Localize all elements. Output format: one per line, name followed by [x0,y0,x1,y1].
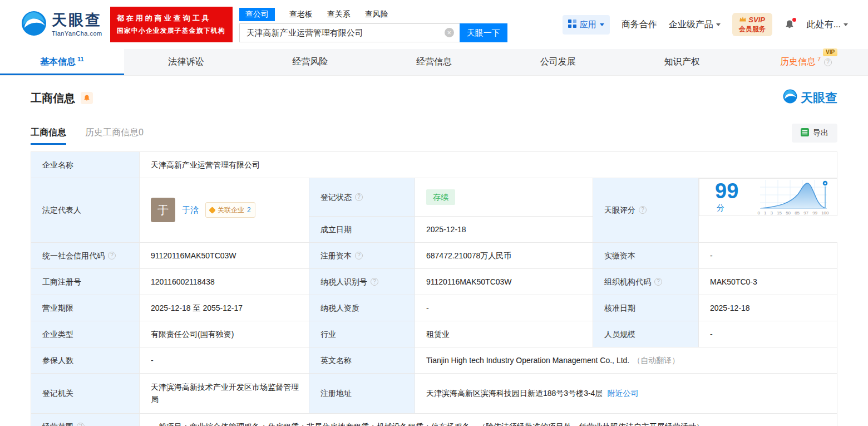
logo-text-cn: 天眼查 [52,13,102,28]
tab-company-development[interactable]: 公司发展 [496,49,620,75]
notification-dot [792,18,796,22]
tab-history-label: 历史信息 [780,56,816,68]
search-tab-boss[interactable]: 查老板 [289,9,313,19]
apps-label: 应用 [580,19,596,30]
help-icon[interactable]: ? [108,252,116,259]
tab-history-info[interactable]: 历史信息 7 ? VIP [744,49,868,75]
score-curve-chart: 01 315 5085 9799 100 [758,179,829,216]
promo-banner[interactable]: 都在用的商业查询工具 国家中小企业发展子基金旗下机构 [110,7,233,42]
value-registration-number: 120116002118438 [140,268,309,295]
search-tab-company[interactable]: 查公司 [239,8,275,21]
tab-business-info[interactable]: 经营信息 [372,49,496,75]
caret-down-icon [600,23,604,26]
tab-basic-info-count: 11 [77,56,84,62]
business-info-table: 企业名称 天津高新产业运营管理有限公司 法定代表人 于 于浛 关联企业 2 登记… [31,151,837,426]
help-icon[interactable]: ? [824,58,832,66]
tianyancha-watermark: 天眼查 [783,89,837,107]
label-company-name: 企业名称 [31,152,140,178]
watermark-brand-text: 天眼查 [801,90,837,106]
value-company-type: 有限责任公司(国有独资) [140,321,309,347]
enterprise-products-label: 企业级产品 [669,19,713,31]
label-business-scope: 经营范围? [31,413,140,426]
related-companies-icon [209,207,216,214]
label-insured-count: 参保人数 [31,347,140,373]
search-input[interactable] [239,23,460,42]
excel-export-icon [801,128,809,138]
clear-search-icon[interactable]: × [445,28,454,37]
label-establish-date: 成立日期 [309,216,415,242]
label-registered-address: 注册地址 [309,373,415,413]
subtab-business-registration[interactable]: 工商信息 [31,127,66,145]
value-business-term: 2025-12-18 至 2055-12-17 [140,295,309,321]
score-unit: 分 [717,203,724,212]
caret-down-icon [844,23,848,26]
label-tianyan-score: 天眼评分? [593,178,699,243]
apps-grid-icon [568,19,576,30]
tab-intellectual-property[interactable]: 知识产权 [620,49,744,75]
legal-rep-avatar[interactable]: 于 [151,198,175,222]
search-button[interactable]: 天眼一下 [460,23,507,42]
promo-line2: 国家中小企业发展子基金旗下机构 [117,25,226,37]
subscribe-bell-icon[interactable] [81,92,93,104]
tianyancha-logo[interactable]: 天眼查 TianYanCha.com [21,11,102,38]
score-axis-labels: 01 315 5085 9799 100 [758,210,829,216]
apps-button[interactable]: 应用 [563,15,610,35]
label-company-type: 企业类型 [31,321,140,347]
value-establish-date: 2025-12-18 [415,216,593,242]
help-icon[interactable]: ? [371,278,378,286]
logo-text-en: TianYanCha.com [52,30,102,37]
label-industry: 行业 [309,321,415,347]
value-english-name: Tianjin High tech Industry Operation Man… [415,347,837,373]
nearby-companies-link[interactable]: 附近公司 [607,389,638,398]
svip-label: SVIP [748,15,765,25]
help-icon[interactable]: ? [639,206,647,214]
label-taxpayer-id: 纳税人识别号? [309,268,415,295]
business-cooperation-link[interactable]: 商务合作 [622,19,657,31]
related-companies-badge[interactable]: 关联企业 2 [205,202,255,218]
help-icon[interactable]: ? [654,278,662,286]
caret-down-icon [716,23,721,26]
search-tabs: 查公司 查老板 查关系 查风险 [239,7,507,22]
label-registration-number: 工商注册号 [31,268,140,295]
label-english-name: 英文名称 [309,347,415,373]
value-registered-address: 天津滨海高新区滨海科技园日新道188号3号楼3-4层附近公司 [415,373,837,413]
help-icon[interactable]: ? [355,193,363,201]
enterprise-products-menu[interactable]: 企业级产品 [669,19,721,31]
label-org-code: 组织机构代码? [593,268,699,295]
auto-translate-note: （自动翻译） [633,356,679,365]
tianyancha-logo-icon [21,11,47,38]
help-icon[interactable]: ? [355,252,363,259]
label-approval-date: 核准日期 [593,295,699,321]
label-registration-status: 登记状态? [309,178,415,217]
value-staff-size: - [699,321,837,347]
label-registered-capital: 注册资本? [309,242,415,268]
vip-badge: VIP [823,48,837,56]
value-paid-capital: - [699,242,837,268]
search-tab-risk[interactable]: 查风险 [365,9,388,19]
status-badge: 存续 [426,189,455,205]
search-box: × 天眼一下 [239,23,507,42]
help-icon[interactable]: ? [77,423,85,426]
svip-member-badge[interactable]: SVIP 会员服务 [732,13,772,36]
account-label: 此处有... [807,19,841,31]
tab-operation-risk[interactable]: 经营风险 [248,49,372,75]
legal-rep-name-link[interactable]: 于浛 [182,204,199,216]
value-taxpayer-quality: - [415,295,593,321]
search-tab-relation[interactable]: 查关系 [327,9,351,19]
content-area: 工商信息 天眼查 工商信息 历史工商信息0 [0,76,868,426]
tab-basic-info-label: 基本信息 [40,56,76,68]
section-title: 工商信息 [31,91,75,106]
notification-bell-icon[interactable] [784,19,795,30]
value-tianyan-score: 99分 [699,178,837,216]
label-registration-authority: 登记机关 [31,373,140,413]
value-industry: 租赁业 [415,321,593,347]
subtab-history-registration[interactable]: 历史工商信息0 [85,127,144,145]
company-nav-tabs: 基本信息 11 法律诉讼 经营风险 经营信息 公司发展 知识产权 历史信息 7 … [0,49,868,76]
label-credit-code: 统一社会信用代码? [31,242,140,268]
tab-basic-info[interactable]: 基本信息 11 [0,49,124,75]
account-menu[interactable]: 此处有... [807,19,848,31]
export-button[interactable]: 导出 [792,124,837,143]
member-service-label: 会员服务 [739,25,766,34]
tab-legal-proceedings[interactable]: 法律诉讼 [124,49,248,75]
label-legal-representative: 法定代表人 [31,178,140,243]
